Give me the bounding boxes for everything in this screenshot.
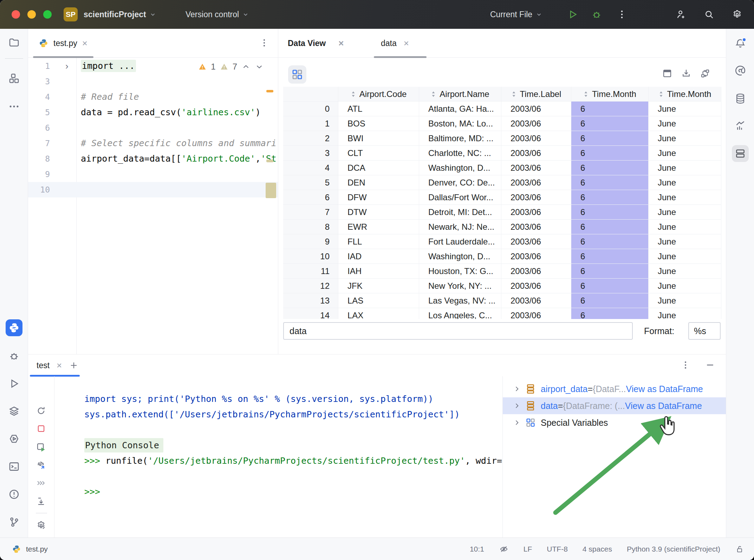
row-index-cell[interactable]: 0 [283,102,338,116]
variable-row[interactable]: Special Variables [503,414,726,431]
table-cell[interactable]: 2003/06 [501,234,571,249]
services-icon[interactable] [8,433,20,445]
column-header[interactable]: Time.Month [649,87,721,102]
column-header[interactable] [283,87,338,102]
sciview-table-button[interactable] [732,145,749,162]
table-cell[interactable]: Denver, CO: De... [419,175,501,190]
code-editor[interactable]: 1›import ...34# Read file5data = pd.read… [28,58,278,197]
table-cell[interactable]: LAX [338,308,419,319]
console-options-kebab-icon[interactable] [680,360,691,370]
dataframe-table[interactable]: Airport.CodeAirport.NameTime.LabelTime.M… [283,87,721,319]
table-cell[interactable]: June [649,146,721,161]
editor-line[interactable]: 3 [28,74,278,89]
table-cell[interactable]: DEN [338,175,419,190]
close-icon[interactable]: × [404,39,409,48]
terminal-icon[interactable] [8,461,20,473]
unlocked-icon[interactable] [735,545,744,554]
table-cell[interactable]: Baltimore, MD: ... [419,131,501,146]
rerun-console-icon[interactable] [36,405,46,416]
interpreter[interactable]: Python 3.9 (scientificProject) [627,545,720,553]
row-index-cell[interactable]: 5 [283,175,338,190]
sort-icon[interactable] [658,91,664,97]
python-console-tool-button[interactable] [6,319,22,336]
table-cell[interactable]: Detroit, MI: Det... [419,205,501,220]
table-cell[interactable]: June [649,220,721,234]
view-as-dataframe-link[interactable]: View as DataFrame [626,384,703,394]
editor-line[interactable]: 9 [28,167,278,182]
stop-icon[interactable] [36,423,46,434]
row-index-cell[interactable]: 3 [283,146,338,161]
table-cell[interactable]: 2003/06 [501,293,571,308]
tab-test-console[interactable]: test × [37,354,79,376]
row-index-cell[interactable]: 2 [283,131,338,146]
prev-problem-chevron-icon[interactable] [241,62,251,71]
column-header[interactable]: Airport.Code [338,87,419,102]
error-stripe-typo-mark[interactable] [266,159,273,162]
editor-line[interactable]: 10 [28,182,278,197]
code-with-me-icon[interactable] [675,9,687,20]
sort-icon[interactable] [351,91,356,97]
table-cell[interactable]: 6 [571,293,649,308]
scroll-to-end-icon[interactable] [36,496,46,506]
row-index-cell[interactable]: 7 [283,205,338,220]
search-icon[interactable] [703,9,715,20]
view-as-dataframe-link[interactable]: View as DataFrame [625,401,702,411]
open-in-window-icon[interactable] [662,68,672,79]
format-input[interactable] [688,322,721,340]
tab-test-py[interactable]: test.py × [39,29,87,58]
inspection-widget[interactable]: 1 7 [198,60,264,74]
table-cell[interactable]: Dallas/Fort Wor... [419,190,501,205]
table-cell[interactable]: 6 [571,190,649,205]
plots-chart-icon[interactable] [734,120,746,132]
close-icon[interactable]: × [57,361,62,370]
table-cell[interactable]: June [649,293,721,308]
run-file-in-console-icon[interactable] [36,442,46,452]
table-cell[interactable]: DCA [338,161,419,175]
editor-line[interactable]: 5data = pd.read_csv('airlines.csv') [28,105,278,120]
expression-input[interactable] [283,322,633,340]
scrollbar-caret-mark[interactable] [266,183,276,198]
table-cell[interactable]: 2003/06 [501,264,571,279]
new-console-plus-icon[interactable] [69,360,79,370]
expand-chevron-icon[interactable] [513,402,520,409]
console-settings-gear-icon[interactable] [36,520,46,530]
row-index-cell[interactable]: 4 [283,161,338,175]
close-icon[interactable]: × [338,39,344,48]
table-cell[interactable]: 6 [571,264,649,279]
table-cell[interactable]: Fort Lauderdale... [419,234,501,249]
sort-icon[interactable] [511,91,516,97]
caret-position[interactable]: 10:1 [470,545,484,553]
table-cell[interactable]: 2003/06 [501,116,571,131]
table-cell[interactable]: 6 [571,234,649,249]
fold-chevron-icon[interactable]: › [65,58,69,74]
git-branch-icon[interactable] [8,516,20,528]
table-cell[interactable]: 6 [571,220,649,234]
close-window-button[interactable] [12,10,20,19]
line-ending[interactable]: LF [524,545,532,553]
table-cell[interactable]: 2003/06 [501,308,571,319]
table-cell[interactable]: June [649,279,721,293]
table-cell[interactable]: June [649,131,721,146]
ai-assistant-icon[interactable] [734,65,746,77]
table-cell[interactable]: IAH [338,264,419,279]
sort-icon[interactable] [583,91,589,97]
table-cell[interactable]: BWI [338,131,419,146]
project-folder-icon[interactable] [8,37,20,48]
table-cell[interactable]: 6 [571,279,649,293]
more-actions-button[interactable] [616,9,628,20]
tab-data-view[interactable]: Data View × [288,29,344,58]
row-index-cell[interactable]: 12 [283,279,338,293]
table-cell[interactable]: Washington, D... [419,161,501,175]
table-cell[interactable]: Charlotte, NC: ... [419,146,501,161]
table-cell[interactable]: DFW [338,190,419,205]
table-cell[interactable]: Atlanta, GA: Ha... [419,102,501,116]
row-index-cell[interactable]: 6 [283,190,338,205]
table-cell[interactable]: June [649,264,721,279]
database-icon[interactable] [734,93,746,105]
table-cell[interactable]: Washington, D... [419,249,501,264]
row-index-cell[interactable]: 1 [283,116,338,131]
table-cell[interactable]: 6 [571,146,649,161]
column-header[interactable]: Time.Label [501,87,571,102]
table-cell[interactable]: 6 [571,116,649,131]
grid-view-button[interactable] [288,65,306,84]
